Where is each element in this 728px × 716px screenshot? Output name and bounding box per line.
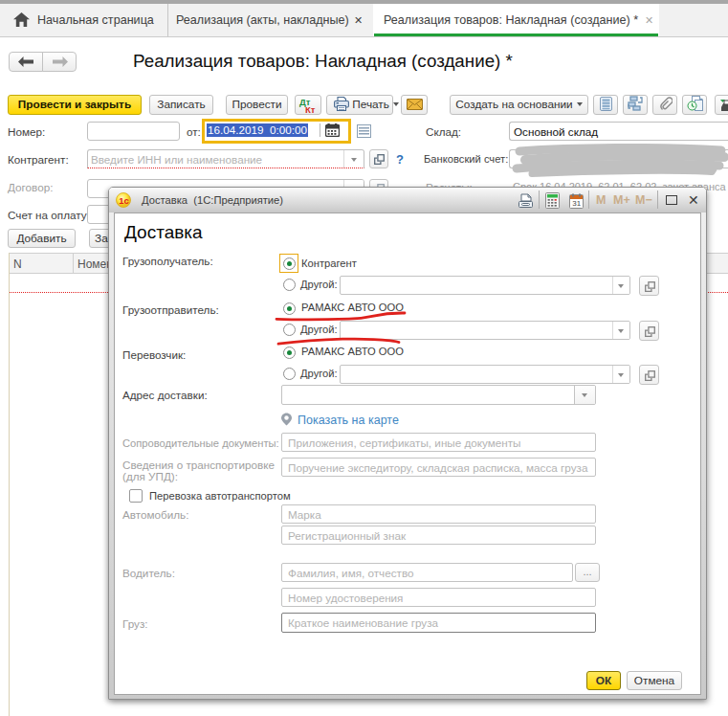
svg-text:1с: 1с xyxy=(119,195,129,206)
svg-text:31: 31 xyxy=(572,199,581,208)
